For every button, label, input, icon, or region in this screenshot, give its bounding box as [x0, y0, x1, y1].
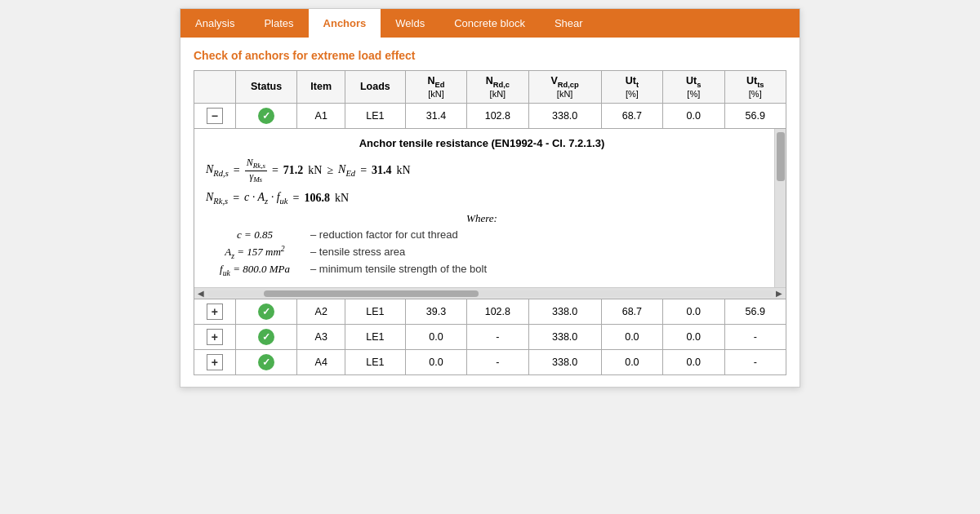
status-cell-a3: ✓ — [235, 325, 297, 350]
th-expand — [194, 71, 236, 104]
expand-button-a1[interactable]: − — [207, 108, 223, 124]
table-row: + ✓ A3 LE1 0.0 - 338.0 0.0 0.0 - — [194, 325, 786, 350]
uts-cell-a1: 0.0 — [663, 103, 724, 128]
tab-analysis[interactable]: Analysis — [180, 9, 249, 38]
detail-title: Anchor tensile resistance (EN1992-4 - Cl… — [206, 137, 758, 149]
scroll-thumb-h — [264, 290, 479, 297]
formula-line-1: NRd,s = NRk,s γMs = 71.2 kN ≥ — [206, 157, 758, 185]
item-cell-a4: A4 — [297, 350, 345, 375]
formula2-lhs: NRk,s — [206, 191, 228, 206]
formula1-val: 71.2 — [283, 164, 304, 177]
where-desc-c: – reduction factor for cut thread — [310, 228, 458, 241]
status-icon-ok-a3: ✓ — [258, 329, 274, 345]
th-utt: Utt[%] — [601, 71, 662, 104]
formula1-ned-val: 31.4 — [372, 164, 392, 177]
th-utts: Utts[%] — [724, 71, 786, 104]
table-row: − ✓ A1 LE1 31.4 102.8 338.0 68.7 0.0 56.… — [194, 103, 786, 128]
where-var-c: c = 0.85 — [206, 228, 304, 241]
expand-button-a3[interactable]: + — [207, 329, 223, 345]
status-cell-a4: ✓ — [235, 350, 297, 375]
where-title: Where: — [206, 212, 758, 225]
where-var-fuk: fuk = 800.0 MPa — [206, 263, 304, 277]
anchor-table: Status Item Loads NEd[kN] NRd,c[kN] VRd,… — [194, 70, 786, 375]
formula1-ned-unit: kN — [397, 164, 411, 177]
formula2-rhs: c · Az · fuk — [244, 191, 287, 206]
main-container: Analysis Plates Anchors Welds Concrete b… — [180, 8, 800, 388]
ned-cell-a2: 39.3 — [405, 299, 466, 325]
tab-concrete-block[interactable]: Concrete block — [439, 9, 540, 38]
utts-cell-a3: - — [724, 325, 786, 350]
expand-button-a4[interactable]: + — [207, 354, 223, 370]
loads-cell-a3: LE1 — [345, 325, 405, 350]
formula-line-2: NRk,s = c · Az · fuk = 106.8 kN — [206, 191, 758, 206]
nrd-cell-a4: - — [467, 350, 528, 375]
scrollbar-h[interactable]: ◀ ▶ — [194, 287, 786, 299]
table-header-row: Status Item Loads NEd[kN] NRd,c[kN] VRd,… — [194, 71, 786, 104]
where-item-c: c = 0.85 – reduction factor for cut thre… — [206, 228, 758, 241]
where-desc-az: – tensile stress area — [310, 246, 405, 258]
content-area: Check of anchors for extreme load effect… — [180, 38, 800, 387]
formula1-eq3: = — [360, 164, 367, 177]
uts-cell-a3: 0.0 — [663, 325, 724, 350]
status-icon-ok-a2: ✓ — [258, 304, 274, 320]
formula1-eq: = — [234, 164, 240, 177]
tab-shear[interactable]: Shear — [540, 9, 598, 38]
section-title: Check of anchors for extreme load effect — [194, 49, 786, 62]
th-status: Status — [235, 71, 297, 104]
scroll-right-icon[interactable]: ▶ — [776, 289, 782, 298]
nrd-cell-a1: 102.8 — [467, 103, 528, 128]
item-cell-a1: A1 — [297, 103, 345, 128]
where-desc-fuk: – minimum tensile strength of the bolt — [310, 263, 487, 275]
utts-cell-a4: - — [724, 350, 786, 375]
expand-cell-a3[interactable]: + — [194, 325, 236, 350]
expand-cell-a2[interactable]: + — [194, 299, 236, 325]
vrd-cell-a2: 338.0 — [528, 299, 601, 325]
formula1-fraction: NRk,s γMs — [245, 157, 267, 185]
vrd-cell-a3: 338.0 — [528, 325, 601, 350]
tab-plates[interactable]: Plates — [249, 9, 308, 38]
vrd-cell-a1: 338.0 — [528, 103, 601, 128]
utt-cell-a2: 68.7 — [601, 299, 662, 325]
status-cell-a2: ✓ — [235, 299, 297, 325]
ned-cell-a3: 0.0 — [405, 325, 466, 350]
item-cell-a3: A3 — [297, 325, 345, 350]
th-ned: NEd[kN] — [405, 71, 466, 104]
scrollbar-v[interactable] — [774, 129, 786, 288]
tab-navigation: Analysis Plates Anchors Welds Concrete b… — [180, 9, 800, 38]
utts-cell-a2: 56.9 — [724, 299, 786, 325]
where-item-fuk: fuk = 800.0 MPa – minimum tensile streng… — [206, 263, 758, 277]
formula2-eq: = — [233, 192, 239, 205]
detail-content-a1: Anchor tensile resistance (EN1992-4 - Cl… — [194, 129, 786, 288]
scroll-track-h — [207, 290, 773, 297]
formula1-numer: NRk,s — [245, 157, 267, 171]
utt-cell-a1: 68.7 — [601, 103, 662, 128]
detail-row-a1: Anchor tensile resistance (EN1992-4 - Cl… — [194, 128, 786, 299]
expand-cell-a4[interactable]: + — [194, 350, 236, 375]
formula1-ned-sym: NEd — [338, 163, 355, 178]
tab-welds[interactable]: Welds — [381, 9, 439, 38]
th-vrd: VRd,cp[kN] — [528, 71, 601, 104]
formula1-eq2: = — [272, 164, 278, 177]
expand-cell-a1[interactable]: − — [194, 103, 236, 128]
th-nrd: NRd,c[kN] — [467, 71, 528, 104]
utt-cell-a4: 0.0 — [601, 350, 662, 375]
tab-anchors[interactable]: Anchors — [309, 9, 381, 38]
formula1-ineq: ≥ — [327, 164, 333, 177]
ned-cell-a1: 31.4 — [405, 103, 466, 128]
th-loads: Loads — [345, 71, 405, 104]
scroll-left-icon[interactable]: ◀ — [198, 289, 204, 298]
loads-cell-a2: LE1 — [345, 299, 405, 325]
th-uts: Uts[%] — [663, 71, 724, 104]
ned-cell-a4: 0.0 — [405, 350, 466, 375]
formula1-unit: kN — [308, 164, 322, 177]
formula2-eq2: = — [292, 192, 299, 205]
formula2-unit: kN — [335, 192, 349, 205]
utt-cell-a3: 0.0 — [601, 325, 662, 350]
status-icon-ok: ✓ — [258, 108, 274, 124]
uts-cell-a4: 0.0 — [663, 350, 724, 375]
expand-button-a2[interactable]: + — [207, 304, 223, 320]
item-cell-a2: A2 — [297, 299, 345, 325]
loads-cell-a4: LE1 — [345, 350, 405, 375]
uts-cell-a2: 0.0 — [663, 299, 724, 325]
table-row: + ✓ A4 LE1 0.0 - 338.0 0.0 0.0 - — [194, 350, 786, 375]
